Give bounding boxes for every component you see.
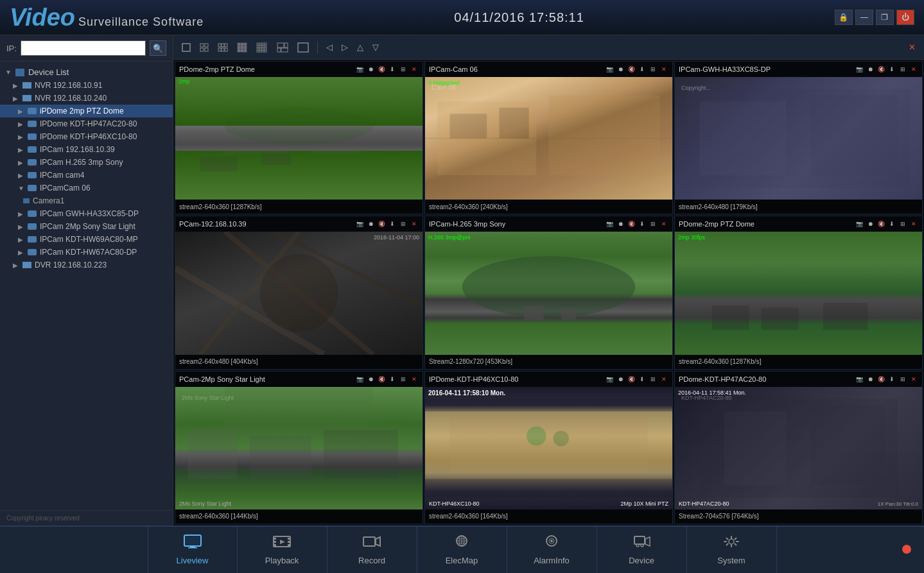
restore-button[interactable]: ❐ [876,10,894,25]
sidebar-item-ipcamcam06[interactable]: ▼ IPCamCam 06 [0,182,173,194]
minimize-button[interactable]: — [855,10,873,25]
cam6-audio-icon[interactable]: 🔇 [876,219,885,228]
cam4-record-icon[interactable]: ⏺ [366,219,375,228]
nav-right-button[interactable]: ▷ [338,40,351,54]
cam5-audio-icon[interactable]: 🔇 [627,219,636,228]
cam3-download-icon[interactable]: ⬇ [887,65,896,74]
nav-up-button[interactable]: △ [354,40,367,54]
cam8-snap-icon[interactable]: 📷 [605,375,614,384]
sidebar-item-ipcam-39[interactable]: ▶ IPCam 192.168.10.39 [0,143,173,156]
close-all-button[interactable]: ✕ [905,40,919,54]
cam-close-icon[interactable]: ✕ [410,65,419,74]
cam4-close-icon[interactable]: ✕ [410,219,419,228]
cam3-close-icon[interactable]: ✕ [909,65,918,74]
nav-left-button[interactable]: ◁ [323,40,336,54]
cam5-snap-icon[interactable]: 📷 [605,219,614,228]
camera-cell-6[interactable]: PDome-2mp PTZ Dome 📷 ⏺ 🔇 ⬇ ⊞ ✕ 2mp 30fps… [674,216,923,369]
nav-item-system[interactable]: System [687,526,777,573]
search-button[interactable]: 🔍 [150,40,166,56]
custom-view-button[interactable] [274,40,292,55]
nav-item-record[interactable]: Record [327,526,417,573]
sidebar-item-nvr-91[interactable]: ▶ NVR 192.168.10.91 [0,79,173,92]
cam2-expand-icon[interactable]: ⊞ [649,65,658,74]
cam8-record-icon[interactable]: ⏺ [616,375,625,384]
sidebar-item-ipdome-ptz[interactable]: ▶ iPDome 2mp PTZ Dome [0,105,173,117]
cam4-audio-icon[interactable]: 🔇 [377,219,386,228]
cam4-download-icon[interactable]: ⬇ [388,219,397,228]
camera-cell-4[interactable]: PCam-192.168.10.39 📷 ⏺ 🔇 ⬇ ⊞ ✕ 2016-11-0… [175,216,423,369]
tree-root-device-list[interactable]: ▼ Device List [0,65,173,79]
cam3-expand-icon[interactable]: ⊞ [898,65,907,74]
cam-record-icon[interactable]: ⏺ [366,65,375,74]
cam9-close-icon[interactable]: ✕ [909,375,918,384]
cam7-close-icon[interactable]: ✕ [410,375,419,384]
cam4-expand-icon[interactable]: ⊞ [399,219,408,228]
nav-item-liveview[interactable]: Liveview [148,526,238,573]
cam6-snap-icon[interactable]: 📷 [855,219,864,228]
cam4-snap-icon[interactable]: 📷 [355,219,364,228]
cam3-record-icon[interactable]: ⏺ [866,65,875,74]
cam7-download-icon[interactable]: ⬇ [388,375,397,384]
lock-button[interactable]: 🔒 [835,10,853,25]
cam9-download-icon[interactable]: ⬇ [887,375,896,384]
nav-item-device[interactable]: Device [597,526,687,573]
cam2-download-icon[interactable]: ⬇ [638,65,647,74]
cam9-audio-icon[interactable]: 🔇 [876,375,885,384]
cam3-snap-icon[interactable]: 📷 [855,65,864,74]
cam8-close-icon[interactable]: ✕ [659,375,668,384]
camera-cell-2[interactable]: Cam 06 IPCam-Cam 06 📷 ⏺ 🔇 ⬇ ⊞ ✕ 5 Megapi… [424,61,673,214]
cam9-record-icon[interactable]: ⏺ [866,375,875,384]
cam7-snap-icon[interactable]: 📷 [355,375,364,384]
cam-audio-icon[interactable]: 🔇 [377,65,386,74]
sidebar-item-ipdome-46[interactable]: ▶ IPDome KDT-HP46XC10-80 [0,130,173,143]
sidebar-item-ipcam-kdt-67[interactable]: ▶ IPCam KDT-HW67AC80-DP [0,246,173,259]
sidebar-item-dvr-223[interactable]: ▶ DVR 192.168.10.223 [0,259,173,271]
cam7-record-icon[interactable]: ⏺ [366,375,375,384]
nav-down-button[interactable]: ▽ [369,40,382,54]
3x2-view-button[interactable] [214,41,231,54]
sidebar-item-camera1[interactable]: Camera1 [0,194,173,207]
4x4-view-button[interactable] [253,40,271,55]
cam8-audio-icon[interactable]: 🔇 [627,375,636,384]
nav-item-alarminfo[interactable]: AlarmInfo [507,526,597,573]
camera-cell-7[interactable]: 2Ms Sony Star Light PCam-2Mp Sony Star L… [175,371,423,524]
cam6-expand-icon[interactable]: ⊞ [898,219,907,228]
cam6-record-icon[interactable]: ⏺ [866,219,875,228]
camera-cell-3[interactable]: Copyright... IPCam-GWH-HA33XC8S-DP 📷 ⏺ 🔇… [674,61,923,214]
cam-snap-icon[interactable]: 📷 [355,65,364,74]
camera-cell-8[interactable]: IPDome-KDT-HP46XC10-80 📷 ⏺ 🔇 ⬇ ⊞ ✕ 2016-… [424,371,673,524]
cam9-snap-icon[interactable]: 📷 [855,375,864,384]
ip-input[interactable] [21,40,146,56]
sidebar-item-ipcam-2mp[interactable]: ▶ IPCam 2Mp Sony Star Light [0,220,173,233]
close-button[interactable]: ⏻ [896,10,914,25]
nav-item-elecmap[interactable]: ElecMap [417,526,507,573]
cam-download-icon[interactable]: ⬇ [388,65,397,74]
cam2-close-icon[interactable]: ✕ [659,65,668,74]
cam2-record-icon[interactable]: ⏺ [616,65,625,74]
cam5-close-icon[interactable]: ✕ [659,219,668,228]
cam9-expand-icon[interactable]: ⊞ [898,375,907,384]
3x3-view-button[interactable] [234,40,250,55]
camera-cell-5[interactable]: IPCam-H.265 3mp Sony 📷 ⏺ 🔇 ⬇ ⊞ ✕ H.265 3… [424,216,673,369]
sidebar-item-ipcam-cam4[interactable]: ▶ IPCam cam4 [0,169,173,182]
cam3-audio-icon[interactable]: 🔇 [876,65,885,74]
full-view-button[interactable] [294,40,312,55]
nav-item-playback[interactable]: Playback [238,526,327,573]
cam7-expand-icon[interactable]: ⊞ [399,375,408,384]
cam6-close-icon[interactable]: ✕ [909,219,918,228]
single-view-button[interactable] [179,41,194,54]
sidebar-item-ipdome-47[interactable]: ▶ IPDome KDT-HP47AC20-80 [0,117,173,130]
cam5-expand-icon[interactable]: ⊞ [649,219,658,228]
sidebar-item-ipcam-kdt-69[interactable]: ▶ IPCam KDT-HW69AC80-MP [0,233,173,246]
cam8-expand-icon[interactable]: ⊞ [649,375,658,384]
cam8-download-icon[interactable]: ⬇ [638,375,647,384]
quad-view-button[interactable] [196,41,212,54]
camera-cell-9[interactable]: KDT-HP47AC20-80 PDome-KDT-HP47AC20-80 📷 … [674,371,923,524]
cam2-audio-icon[interactable]: 🔇 [627,65,636,74]
cam5-download-icon[interactable]: ⬇ [638,219,647,228]
sidebar-item-nvr-240[interactable]: ▶ NVR 192.168.10.240 [0,92,173,105]
sidebar-item-ipcam-gwh[interactable]: ▶ IPCam GWH-HA33XC85-DP [0,207,173,220]
cam2-snap-icon[interactable]: 📷 [605,65,614,74]
cam5-record-icon[interactable]: ⏺ [616,219,625,228]
camera-cell-1[interactable]: PDome-2mp PTZ Dome 📷 ⏺ 🔇 ⬇ ⊞ ✕ 2mp strea… [175,61,423,214]
